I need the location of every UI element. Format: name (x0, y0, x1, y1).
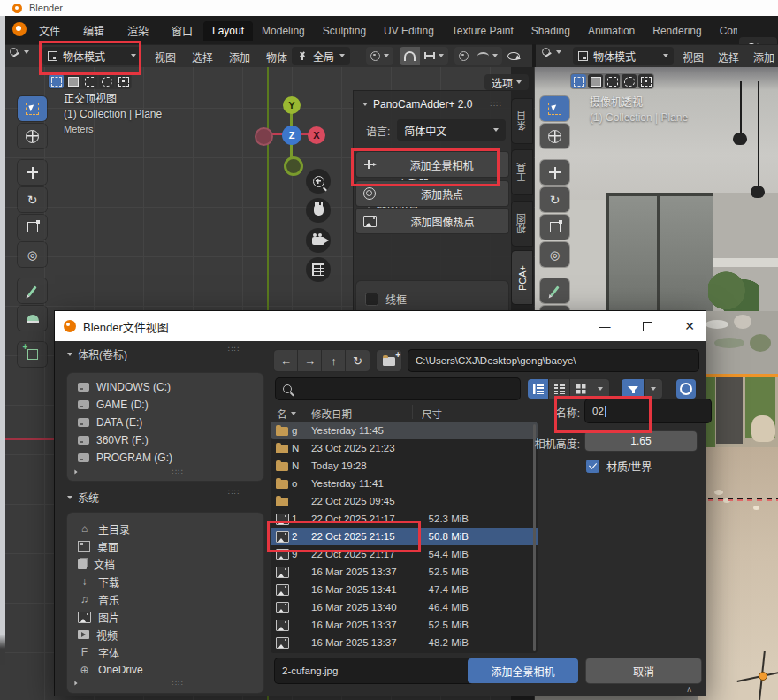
npanel-tab[interactable]: PCA+ (512, 251, 532, 304)
editor-type-selector-right[interactable] (541, 47, 561, 57)
system-item[interactable]: 桌面 (67, 537, 263, 555)
settings-button[interactable] (676, 379, 696, 399)
header-menu-item[interactable]: 添加 (753, 49, 774, 65)
volume-item[interactable]: PROGRAM (G:) (67, 449, 263, 467)
tool-button[interactable] (18, 124, 47, 148)
gizmo-z-ball[interactable]: Z (282, 126, 301, 145)
select-mode-button[interactable] (65, 74, 80, 88)
header-menu-item[interactable]: 选择 (718, 49, 739, 65)
proportional-edit-button[interactable] (454, 47, 473, 65)
workspace-tab[interactable]: Layout (203, 21, 253, 41)
tool-button[interactable] (18, 187, 47, 212)
menu-item[interactable]: 渲染 (126, 21, 150, 40)
file-list-scrollbar[interactable] (533, 424, 536, 651)
column-date[interactable]: 修改日期 (311, 407, 352, 421)
falloff-button[interactable] (473, 47, 502, 65)
npanel-tab[interactable]: 工具 (512, 150, 532, 194)
snap-target-button[interactable] (420, 47, 448, 65)
menu-item[interactable]: 窗口 (170, 21, 194, 40)
panel-resize-grip[interactable] (172, 468, 184, 476)
select-mode-button[interactable] (622, 74, 637, 88)
system-item[interactable]: 文档 (67, 555, 263, 573)
file-row[interactable]: 16 Mar 2025 13:41 47.4 MiB (271, 581, 538, 598)
npanel-tab[interactable]: 条目 (512, 99, 532, 143)
tool-button[interactable] (540, 242, 569, 267)
add-image-hotspot-button[interactable]: 添加图像热点 (356, 209, 508, 233)
search-field[interactable] (276, 378, 520, 399)
volume-item[interactable]: WINDOWS (C:) (67, 378, 263, 396)
select-mode-button[interactable] (605, 74, 620, 88)
tool-button[interactable] (540, 278, 569, 303)
new-folder-button[interactable] (377, 350, 401, 371)
gizmo-negative-y[interactable] (284, 156, 303, 176)
cancel-button[interactable]: 取消 (586, 658, 701, 683)
workspace-tab[interactable]: Sculpting (314, 21, 375, 41)
tool-button[interactable] (540, 215, 569, 240)
menu-item[interactable]: 编辑 (81, 21, 106, 40)
tool-button[interactable] (540, 96, 569, 121)
file-row[interactable]: 16 Mar 2025 13:37 52.5 MiB (271, 616, 538, 634)
workspace-tab[interactable]: Compositi (711, 21, 737, 41)
file-row[interactable]: 16 Mar 2025 13:37 52.5 MiB (271, 563, 538, 581)
menu-item[interactable]: 文件 (37, 21, 62, 40)
tool-button[interactable] (18, 215, 47, 240)
confirm-add-camera-button[interactable]: 添加全景相机 (468, 658, 578, 683)
tool-button[interactable] (540, 187, 569, 212)
system-item[interactable]: ⊕ OneDrive (67, 661, 263, 679)
mode-dropdown-right[interactable]: 物体模式 (573, 47, 674, 65)
file-row[interactable]: N Today 19:28 (271, 457, 538, 475)
select-mode-button[interactable] (99, 74, 114, 88)
volume-item[interactable]: 360VR (F:) (67, 431, 263, 449)
select-mode-button[interactable] (116, 74, 131, 88)
blender-menu-icon[interactable] (12, 22, 27, 36)
path-field[interactable]: C:\Users\CXJ\Desktop\gong\baoye\ (408, 350, 698, 371)
expand-arrow-icon[interactable] (74, 470, 77, 475)
workspace-tab[interactable]: Rendering (644, 21, 710, 41)
snap-toggle-button[interactable] (400, 47, 420, 65)
collapse-chevron[interactable]: ∧ (686, 684, 692, 694)
workspace-tab[interactable]: Shading (522, 21, 579, 41)
panel-resize-grip[interactable] (172, 679, 184, 688)
workspace-tab[interactable]: Texture Paint (443, 21, 522, 41)
header-menu-item[interactable]: 视图 (155, 49, 176, 65)
file-row[interactable]: 16 Mar 2025 13:40 46.4 MiB (271, 598, 538, 616)
select-mode-button[interactable] (49, 74, 64, 88)
orientation-dropdown[interactable]: 全局 (292, 47, 350, 65)
volume-item[interactable]: GAME (D:) (67, 396, 263, 414)
back-button[interactable]: ← (274, 350, 298, 371)
filename-input[interactable]: 2-cufang.jpg (275, 658, 473, 683)
forward-button[interactable]: → (298, 350, 322, 371)
tool-button[interactable] (18, 96, 47, 121)
gizmo-y-ball[interactable]: Y (283, 96, 301, 114)
workspace-tab[interactable]: Modeling (253, 21, 314, 41)
ortho-toggle-button[interactable] (306, 257, 331, 282)
select-mode-button[interactable] (638, 74, 653, 88)
system-section-header[interactable]: 系统 (67, 490, 99, 505)
tool-button[interactable] (18, 242, 47, 267)
file-row[interactable]: g Yesterday 11:45 (271, 422, 538, 439)
file-row[interactable]: 16 Mar 2025 13:37 48.2 MiB (271, 634, 538, 651)
up-button[interactable]: ↑ (322, 350, 346, 371)
pan-button[interactable] (306, 198, 331, 223)
tool-button[interactable] (540, 124, 569, 148)
system-item[interactable]: 图片 (67, 608, 263, 626)
file-row[interactable]: o Yesterday 11:41 (271, 475, 538, 492)
expand-arrow-icon[interactable] (74, 681, 77, 686)
system-item[interactable]: ↓ 下载 (67, 573, 263, 590)
tool-button[interactable] (540, 160, 569, 185)
minimize-button[interactable]: — (585, 311, 624, 341)
header-menu-item[interactable]: 选择 (192, 49, 213, 65)
header-menu-item[interactable]: 物体 (266, 49, 287, 65)
options-dropdown[interactable]: 选项 (484, 74, 529, 90)
editor-type-selector-left[interactable] (9, 47, 29, 57)
header-menu-item[interactable]: 视图 (683, 49, 704, 65)
tool-button[interactable] (18, 278, 47, 303)
language-dropdown[interactable]: 简体中文 (397, 119, 506, 141)
system-item[interactable]: 视频 (67, 626, 263, 643)
system-item[interactable]: ♫ 音乐 (67, 590, 263, 608)
zoom-button[interactable] (306, 169, 331, 194)
select-mode-button[interactable] (82, 74, 97, 88)
file-row[interactable]: 22 Oct 2025 09:45 (271, 492, 538, 510)
refresh-button[interactable]: ↻ (346, 350, 370, 371)
list-view-button[interactable] (528, 379, 549, 399)
